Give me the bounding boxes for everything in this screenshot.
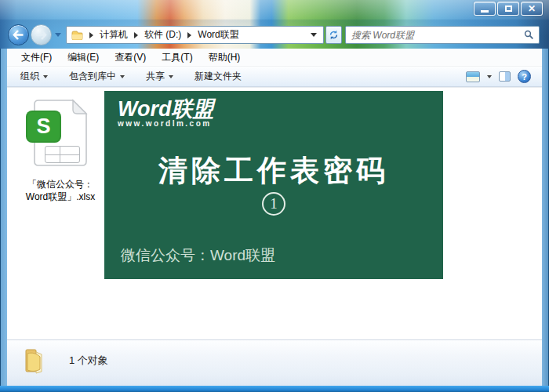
help-icon[interactable]: ?: [518, 70, 531, 83]
menu-tools[interactable]: 工具(T): [154, 49, 200, 67]
command-toolbar: 组织 包含到库中 共享 新建文件夹 ?: [7, 67, 542, 87]
share-button[interactable]: 共享: [146, 70, 173, 83]
menu-edit[interactable]: 编辑(E): [60, 49, 107, 67]
file-name-line2: Word联盟」.xlsx: [16, 191, 104, 203]
breadcrumb-item-drive[interactable]: 软件 (D:): [143, 27, 183, 43]
minimize-button[interactable]: [474, 2, 496, 16]
banner-footer: 微信公众号：Word联盟: [121, 245, 275, 266]
address-dropdown-icon[interactable]: [311, 33, 317, 37]
close-button[interactable]: ✕: [521, 2, 543, 16]
include-in-library-label: 包含到库中: [69, 70, 116, 83]
menu-bar: 文件(F) 编辑(E) 查看(V) 工具(T) 帮助(H): [7, 49, 542, 67]
refresh-button[interactable]: [325, 26, 342, 44]
search-box[interactable]: [345, 26, 540, 44]
spreadsheet-file-icon: S: [31, 97, 90, 172]
share-label: 共享: [146, 70, 165, 83]
dropdown-caret-icon: [43, 75, 48, 78]
search-icon: [524, 30, 534, 40]
arrow-right-icon: [35, 30, 47, 40]
breadcrumb-arrow-icon: [187, 32, 191, 38]
window-controls: ✕: [474, 2, 543, 16]
file-item-xlsx[interactable]: S 「微信公众号： Word联盟」.xlsx: [16, 97, 104, 203]
explorer-window: ✕ 计算机 软件 (D:) Wor: [0, 0, 549, 392]
menu-file[interactable]: 文件(F): [13, 49, 60, 67]
table-grid-icon: [45, 146, 80, 163]
preview-pane-icon[interactable]: [499, 71, 511, 82]
status-folder-icon: [20, 347, 49, 379]
tutorial-banner: Word联盟 www.wordlm.com 清除工作表密码 1 微信公众号：Wo…: [104, 91, 443, 279]
status-bar: 1 个对象: [7, 339, 542, 386]
maximize-icon: [505, 5, 512, 12]
back-button[interactable]: [8, 24, 29, 45]
banner-title: 清除工作表密码: [104, 151, 443, 191]
title-bar: ✕ 计算机 软件 (D:) Wor: [0, 0, 549, 49]
breadcrumb-item-folder[interactable]: Word联盟: [196, 27, 240, 43]
wps-spreadsheet-badge-icon: S: [26, 111, 61, 143]
logo-title: Word联盟: [118, 98, 214, 120]
dropdown-caret-icon: [169, 75, 173, 78]
step-number-badge: 1: [262, 192, 285, 216]
recent-pages-chevron-icon[interactable]: [55, 33, 61, 37]
organize-button[interactable]: 组织: [20, 70, 48, 83]
forward-button[interactable]: [31, 24, 52, 45]
menu-view[interactable]: 查看(V): [107, 49, 154, 67]
menu-help[interactable]: 帮助(H): [201, 49, 249, 67]
maximize-button[interactable]: [497, 2, 519, 16]
breadcrumb-arrow-icon: [89, 32, 93, 38]
items-count: 1 个对象: [69, 354, 108, 368]
close-icon: ✕: [528, 4, 536, 13]
folder-icon: [71, 31, 83, 40]
logo-subtitle: www.wordlm.com: [118, 120, 214, 129]
breadcrumb-arrow-icon: [134, 32, 138, 38]
toolbar-right-icons: ?: [466, 70, 542, 83]
organize-label: 组织: [20, 70, 39, 83]
new-folder-label: 新建文件夹: [195, 70, 242, 83]
arrow-left-icon: [13, 30, 24, 40]
file-name-label[interactable]: 「微信公众号： Word联盟」.xlsx: [16, 178, 104, 203]
views-dropdown-caret-icon[interactable]: [487, 75, 492, 78]
minimize-icon: [481, 10, 489, 13]
wordlm-logo: Word联盟 www.wordlm.com: [118, 98, 214, 129]
file-name-line1: 「微信公众号：: [16, 178, 104, 191]
include-in-library-button[interactable]: 包含到库中: [69, 70, 125, 83]
breadcrumb-item-computer[interactable]: 计算机: [98, 27, 129, 43]
refresh-icon: [329, 30, 339, 40]
file-list-area[interactable]: S 「微信公众号： Word联盟」.xlsx Word联盟 www.wordlm…: [7, 87, 542, 339]
address-bar[interactable]: 计算机 软件 (D:) Word联盟: [66, 26, 324, 44]
window-bottom-border: [0, 386, 549, 392]
new-folder-button[interactable]: 新建文件夹: [195, 70, 242, 83]
dropdown-caret-icon: [120, 75, 125, 78]
change-view-icon[interactable]: [466, 71, 480, 82]
search-input[interactable]: [346, 30, 524, 41]
